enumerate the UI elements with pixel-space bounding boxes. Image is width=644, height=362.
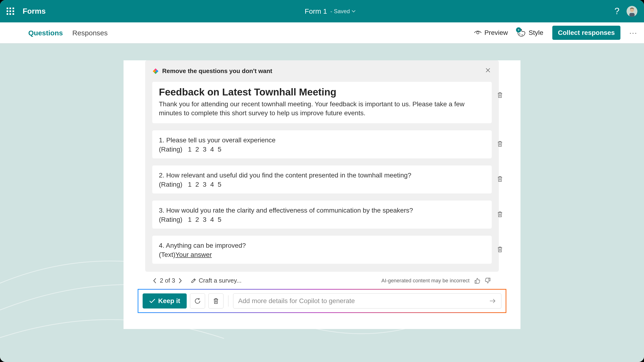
question-type-row: (Rating) 12345	[159, 216, 485, 224]
regenerate-button[interactable]	[190, 294, 205, 308]
app-name: Forms	[23, 7, 46, 16]
form-name: Feedback on Latest Townhall Meeting	[159, 86, 485, 98]
question-type-row: (Rating) 12345	[159, 146, 485, 153]
question-card-3[interactable]: 3. How would you rate the clarity and ef…	[152, 200, 492, 228]
svg-rect-2	[630, 13, 634, 17]
svg-point-3	[477, 32, 479, 34]
preview-button[interactable]: Preview	[474, 29, 508, 36]
question-text: 3. How would you rate the clarity and ef…	[159, 206, 485, 215]
question-card-1[interactable]: 1. Please tell us your overall experienc…	[152, 130, 492, 158]
delete-question-icon[interactable]	[497, 246, 503, 254]
copilot-prompt-input[interactable]	[238, 297, 489, 305]
copilot-header-text: Remove the questions you don't want	[162, 68, 272, 75]
question-type-row: (Rating) 12345	[159, 181, 485, 188]
divider	[228, 295, 228, 306]
keep-label: Keep it	[158, 297, 180, 305]
form-description: Thank you for attending our recent townh…	[159, 100, 485, 118]
question-type-row: (Text)Your answer	[159, 251, 485, 258]
more-options-icon[interactable]: ···	[630, 29, 638, 37]
saved-label: - Saved	[330, 8, 350, 14]
form-card: Remove the questions you don't want Feed…	[124, 60, 520, 329]
save-status-dropdown[interactable]: - Saved	[330, 8, 356, 14]
craft-label: Craft a survey...	[199, 277, 242, 284]
pencil-icon	[191, 278, 196, 284]
tab-questions[interactable]: Questions	[28, 29, 63, 41]
thumbs-down-icon[interactable]	[485, 278, 491, 284]
question-card-4[interactable]: 4. Anything can be improved? (Text)Your …	[152, 236, 492, 264]
svg-point-6	[522, 34, 522, 35]
chevron-down-icon	[352, 10, 356, 12]
delete-question-icon[interactable]	[497, 176, 503, 183]
check-icon	[149, 298, 155, 303]
delete-question-icon[interactable]	[497, 211, 503, 218]
form-header-card[interactable]: Feedback on Latest Townhall Meeting Than…	[152, 82, 492, 123]
question-text: 1. Please tell us your overall experienc…	[159, 136, 485, 145]
preview-label: Preview	[484, 29, 508, 36]
copilot-prompt-wrapper	[233, 294, 502, 308]
close-icon[interactable]	[485, 68, 491, 74]
style-badge-icon	[516, 27, 521, 32]
style-button[interactable]: Style	[517, 28, 543, 37]
eye-icon	[474, 30, 482, 35]
submit-arrow-icon[interactable]	[489, 298, 496, 304]
question-text: 4. Anything can be improved?	[159, 241, 485, 250]
pager-text: 2 of 3	[160, 277, 175, 284]
collect-responses-button[interactable]: Collect responses	[552, 26, 620, 40]
chevron-left-icon[interactable]	[153, 278, 157, 284]
question-card-2[interactable]: 2. How relevant and useful did you find …	[152, 166, 492, 194]
copilot-action-bar: Keep it	[138, 289, 506, 313]
craft-survey-button[interactable]: Craft a survey...	[191, 277, 242, 284]
copilot-logo-icon	[152, 68, 159, 74]
chevron-right-icon[interactable]	[178, 278, 182, 284]
trash-icon	[212, 298, 219, 304]
tab-responses[interactable]: Responses	[72, 29, 108, 41]
svg-point-5	[519, 34, 520, 34]
help-icon[interactable]: ?	[614, 6, 620, 16]
style-label: Style	[529, 29, 543, 36]
avatar[interactable]	[626, 6, 638, 17]
keep-it-button[interactable]: Keep it	[142, 294, 187, 308]
form-title[interactable]: Form 1	[304, 7, 327, 15]
delete-section-icon[interactable]	[497, 92, 503, 99]
copilot-panel: Remove the questions you don't want Feed…	[145, 60, 499, 272]
thumbs-up-icon[interactable]	[474, 278, 480, 284]
app-launcher-icon[interactable]	[6, 8, 14, 15]
delete-question-icon[interactable]	[497, 140, 503, 148]
question-text: 2. How relevant and useful did you find …	[159, 171, 485, 180]
refresh-icon	[194, 297, 201, 305]
ai-disclaimer: AI-generated content may be incorrect	[382, 278, 470, 284]
discard-button[interactable]	[208, 294, 224, 308]
